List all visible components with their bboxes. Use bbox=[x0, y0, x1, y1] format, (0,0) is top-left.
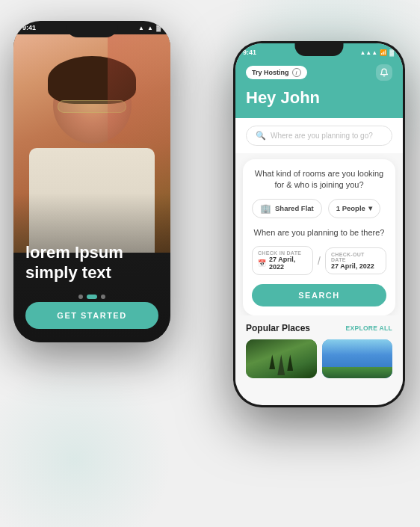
shared-flat-button[interactable]: 🏢 Shared Flat bbox=[252, 199, 322, 218]
phone-screen: 9:41 ▲▲▲ 📶 ▓ Try Hosting i bbox=[235, 43, 403, 405]
wifi-icon: 📶 bbox=[380, 49, 387, 56]
search-card: What kind of rooms are you looking for &… bbox=[243, 159, 395, 315]
status-time-back: 9:41 bbox=[22, 24, 36, 31]
dot-3 bbox=[101, 295, 105, 299]
question-text-1: What kind of rooms are you looking for &… bbox=[252, 168, 386, 191]
explore-all-button[interactable]: EXPLORE ALL bbox=[346, 324, 393, 332]
check-out-label: CHECK-OUT DATE bbox=[331, 252, 380, 262]
info-icon: i bbox=[292, 68, 301, 77]
carousel-dots bbox=[78, 295, 105, 299]
get-started-button[interactable]: GET STARTED bbox=[25, 302, 158, 329]
room-selector: 🏢 Shared Flat 1 People ▾ bbox=[252, 199, 386, 218]
place-card-sky[interactable] bbox=[322, 339, 393, 378]
check-in-label: CHECK IN DATE bbox=[258, 250, 307, 256]
try-hosting-button[interactable]: Try Hosting i bbox=[246, 66, 307, 79]
status-icons: ▲▲▲ 📶 ▓ bbox=[359, 49, 394, 56]
header-section: Try Hosting i Hey John bbox=[235, 60, 403, 118]
check-in-value: 📅 27 April, 2022 bbox=[258, 256, 307, 271]
dot-1 bbox=[78, 295, 83, 299]
check-out-value: 27 April, 2022 bbox=[331, 262, 380, 270]
building-icon: 🏢 bbox=[260, 203, 271, 214]
bg-decoration-2 bbox=[0, 363, 172, 527]
check-in-box[interactable]: CHECK IN DATE 📅 27 April, 2022 bbox=[252, 246, 313, 275]
search-bar[interactable]: 🔍 Where are you planning to go? bbox=[246, 126, 392, 146]
popular-section: Popular Places EXPLORE ALL bbox=[235, 315, 403, 384]
phone-back: 9:41 ▲ ▲ ▓ lorem Ipsum simply text GET S… bbox=[13, 21, 170, 342]
lorem-text: lorem Ipsum simply text bbox=[25, 243, 123, 283]
places-row bbox=[246, 339, 392, 378]
popular-header: Popular Places EXPLORE ALL bbox=[246, 323, 392, 333]
calendar-icon: 📅 bbox=[258, 259, 266, 267]
notch-front bbox=[295, 41, 344, 56]
popular-places-title: Popular Places bbox=[246, 323, 310, 333]
search-button[interactable]: SEARCH bbox=[252, 284, 386, 306]
status-bar-back: 9:41 ▲ ▲ ▓ bbox=[22, 24, 161, 31]
date-row: CHECK IN DATE 📅 27 April, 2022 / CHECK-O… bbox=[252, 246, 386, 275]
dot-2 bbox=[87, 295, 97, 299]
chevron-down-icon: ▾ bbox=[368, 204, 372, 212]
status-icons-back: ▲ ▲ ▓ bbox=[138, 25, 161, 31]
search-icon: 🔍 bbox=[256, 131, 266, 141]
check-out-box[interactable]: CHECK-OUT DATE 27 April, 2022 bbox=[325, 247, 386, 274]
signal-icon: ▲▲▲ bbox=[359, 49, 377, 56]
place-card-trees[interactable] bbox=[246, 339, 317, 378]
status-time: 9:41 bbox=[243, 49, 256, 56]
search-placeholder: Where are you planning to go? bbox=[271, 132, 373, 140]
greeting-text: Hey John bbox=[246, 88, 392, 108]
header-top: Try Hosting i bbox=[246, 64, 392, 81]
date-separator: / bbox=[318, 255, 321, 267]
people-button[interactable]: 1 People ▾ bbox=[328, 199, 380, 218]
question-text-2: When are you planning to be there? bbox=[252, 227, 386, 238]
search-section: 🔍 Where are you planning to go? bbox=[235, 118, 403, 153]
phone-front: 9:41 ▲▲▲ 📶 ▓ Try Hosting i bbox=[233, 41, 405, 407]
notification-icon[interactable] bbox=[376, 64, 392, 81]
battery-icon: ▓ bbox=[389, 49, 394, 56]
